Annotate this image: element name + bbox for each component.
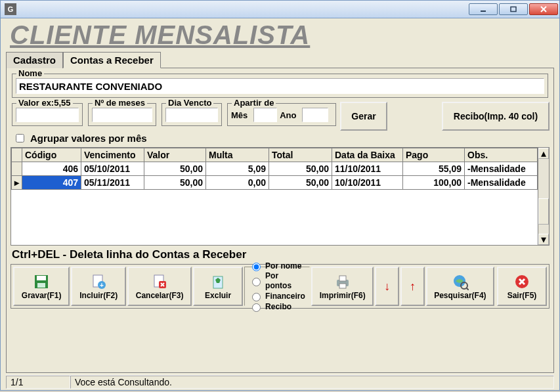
imprimir-button[interactable]: Imprimir(F6) [311,267,374,306]
valor-label: Valor ex:5,55 [16,98,73,108]
tab-cadastro[interactable]: Cadastro [6,52,63,68]
scroll-thumb[interactable] [538,198,549,225]
app-icon: G [5,3,16,15]
save-icon [33,272,50,291]
action-toolbar: Gravar(F1) + Incluir(F2) Cancelar(F3) Ex… [11,264,549,309]
valor-fieldset: Valor ex:5,55 [12,103,83,126]
col-codigo[interactable]: Código [22,148,81,162]
ano-input[interactable] [302,108,328,122]
print-icon [334,272,351,291]
search-globe-icon [452,272,469,291]
status-message: Voce está Consultando. [70,376,554,389]
titlebar[interactable]: G [0,0,560,18]
recibo-label: Recibo(Imp. 40 col) [454,111,538,121]
dia-vencto-fieldset: Dia Vencto [162,103,222,126]
sair-button[interactable]: Sair(F5) [497,267,547,306]
move-down-button[interactable]: ↓ [375,267,399,306]
print-mode-group: Por nome Por pontos Financeiro Recibo [244,267,310,306]
radio-financeiro[interactable] [252,293,261,301]
col-multa[interactable]: Multa [206,148,269,162]
col-obs[interactable]: Obs. [465,148,538,162]
move-up-button[interactable]: ↑ [400,267,425,306]
col-pago[interactable]: Pago [403,148,465,162]
status-bar: 1/1 Voce está Consultando. [6,375,554,389]
apartir-fieldset: Apartir de Mês Ano [227,103,336,126]
cancel-doc-icon [151,272,168,291]
scroll-up-icon[interactable]: ▴ [538,148,549,159]
svg-rect-1 [511,7,516,12]
mes-label: Mês [231,110,248,120]
gerar-button[interactable]: Gerar [340,102,387,131]
excluir-button[interactable]: Excluir [193,267,243,306]
dia-vencto-label: Dia Vencto [166,98,213,108]
valor-input[interactable] [16,108,79,122]
radio-por-nome[interactable] [252,263,261,271]
scroll-down-icon[interactable]: ▾ [538,234,549,245]
dia-vencto-input[interactable] [165,108,218,122]
add-doc-icon: + [90,272,107,291]
svg-rect-6 [37,283,45,288]
cancelar-button[interactable]: Cancelar(F3) [127,267,192,306]
tab-contas-a-receber[interactable]: Contas a Receber [63,52,161,68]
arrow-up-icon: ↑ [410,277,416,295]
tab-panel: Nome Valor ex:5,55 Nº de meses Dia Venct… [6,68,554,373]
gravar-button[interactable]: Gravar(F1) [13,267,70,306]
gerar-label: Gerar [351,111,376,121]
grid-scrollbar[interactable]: ▴ ▾ [538,148,549,245]
nmeses-label: Nº de meses [93,98,147,108]
agrupar-label: Agrupar valores por mês [30,133,147,144]
col-total[interactable]: Total [269,148,332,162]
nome-input[interactable] [16,78,544,94]
grid-header-row: Código Vencimento Valor Multa Total Data… [12,148,538,162]
close-button[interactable] [529,3,558,15]
col-vencimento[interactable]: Vencimento [81,148,144,162]
apartir-label: Apartir de [232,98,276,108]
svg-rect-16 [339,276,346,281]
recycle-icon [209,272,226,291]
nome-fieldset: Nome [12,74,548,98]
nmeses-fieldset: Nº de meses [88,103,156,126]
minimize-button[interactable] [469,3,498,15]
col-valor[interactable]: Valor [144,148,206,162]
exit-icon [514,272,530,291]
receivables-grid[interactable]: Código Vencimento Valor Multa Total Data… [11,147,549,246]
table-row[interactable]: 406 05/10/2011 50,00 5,09 50,00 11/10/20… [12,162,538,176]
mes-input[interactable] [253,108,277,122]
recibo-button[interactable]: Recibo(Imp. 40 col) [442,102,549,131]
table-row[interactable]: ▸ 407 05/11/2011 50,00 0,00 50,00 10/10/… [12,176,538,190]
nome-label: Nome [16,68,44,78]
arrow-down-icon: ↓ [384,277,390,295]
page-title: CLIENTE MENSALISTA [10,21,554,49]
svg-text:+: + [100,282,104,289]
agrupar-checkbox[interactable] [16,134,24,142]
pesquisar-button[interactable]: Pesquisar(F4) [426,267,494,306]
status-position: 1/1 [6,376,70,389]
ano-label: Ano [280,110,296,120]
svg-rect-5 [37,276,46,280]
col-data-baixa[interactable]: Data da Baixa [332,148,403,162]
maximize-button[interactable] [499,3,528,15]
svg-line-20 [466,288,469,290]
svg-rect-17 [339,284,346,288]
nmeses-input[interactable] [92,108,152,122]
incluir-button[interactable]: + Incluir(F2) [71,267,126,306]
radio-por-pontos[interactable] [252,278,261,286]
radio-recibo[interactable] [252,303,261,312]
